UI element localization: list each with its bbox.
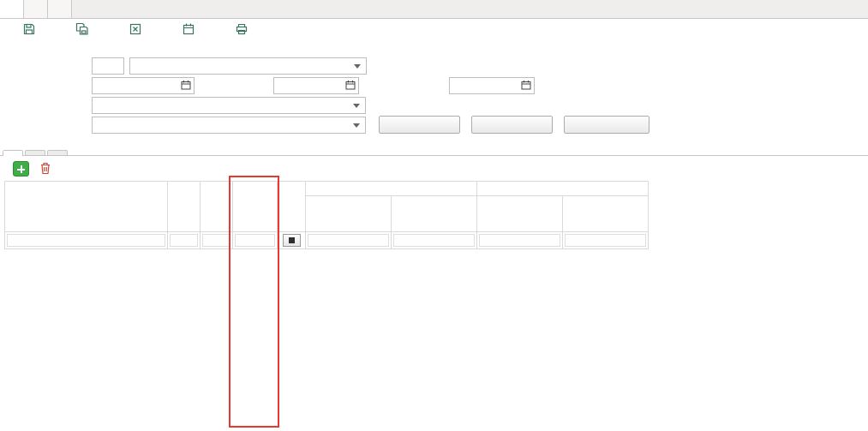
tab-financial-results-register[interactable] bbox=[24, 0, 48, 18]
load-button[interactable] bbox=[379, 116, 460, 134]
report-table bbox=[4, 181, 649, 249]
chart-of-accounts-select[interactable] bbox=[92, 97, 366, 114]
code-filter-input[interactable] bbox=[170, 234, 198, 247]
delete-row-button[interactable] bbox=[37, 161, 53, 177]
save-icon bbox=[22, 22, 36, 36]
calendar-icon[interactable] bbox=[181, 80, 191, 92]
period-to-input[interactable] bbox=[449, 77, 535, 94]
code-column-header[interactable] bbox=[168, 182, 201, 232]
print-button[interactable] bbox=[223, 22, 260, 49]
filter-cell-name bbox=[5, 232, 168, 249]
tab-additional[interactable] bbox=[47, 150, 68, 155]
save-button[interactable] bbox=[10, 22, 48, 49]
tab-financial-results-report[interactable] bbox=[0, 0, 24, 18]
trash-icon bbox=[39, 162, 51, 177]
order-filter-input[interactable] bbox=[235, 234, 275, 247]
recalculate-button[interactable] bbox=[564, 116, 650, 134]
report-form bbox=[0, 51, 868, 138]
sum-prev-filter-input[interactable] bbox=[393, 234, 475, 247]
organization-select[interactable] bbox=[129, 57, 367, 75]
chevron-down-icon bbox=[353, 123, 360, 128]
name-column-header[interactable] bbox=[5, 182, 168, 232]
doc-date-input[interactable] bbox=[92, 77, 195, 94]
calculate-button[interactable] bbox=[471, 116, 553, 134]
formula-report-column-header[interactable] bbox=[477, 196, 563, 232]
chevron-down-icon bbox=[354, 64, 361, 69]
period-from-input[interactable] bbox=[273, 77, 359, 94]
calendar-icon[interactable] bbox=[521, 80, 531, 92]
formula-prev-filter-input[interactable] bbox=[565, 234, 646, 247]
save-close-button[interactable] bbox=[63, 22, 101, 49]
sort-filter-input[interactable] bbox=[202, 234, 230, 247]
save-close-icon bbox=[75, 22, 89, 36]
fix-filter-button[interactable] bbox=[283, 234, 301, 247]
tab-report-form[interactable] bbox=[3, 150, 23, 156]
formula-prev-column-header[interactable] bbox=[563, 196, 649, 232]
add-row-button[interactable] bbox=[13, 161, 29, 177]
filter-cell-sum-report bbox=[306, 232, 392, 249]
form-subtabs bbox=[0, 138, 868, 156]
formula-group-header bbox=[477, 182, 649, 196]
sum-report-column-header[interactable] bbox=[306, 196, 392, 232]
calendar-icon[interactable] bbox=[345, 80, 356, 92]
order-column-header[interactable] bbox=[233, 182, 278, 232]
grid-toolbar bbox=[0, 156, 868, 181]
sort-column-header[interactable] bbox=[201, 182, 233, 232]
template-select[interactable] bbox=[92, 117, 366, 134]
name-filter-input[interactable] bbox=[7, 234, 165, 247]
filter-cell-formula-report bbox=[477, 232, 563, 249]
filter-cell-sum-prev bbox=[392, 232, 477, 249]
tab-main-form[interactable] bbox=[48, 0, 72, 18]
main-toolbar bbox=[0, 19, 868, 51]
tab-formula-decode[interactable] bbox=[25, 150, 45, 155]
print-icon bbox=[235, 22, 248, 36]
chevron-down-icon bbox=[353, 104, 360, 108]
fix-column-header[interactable] bbox=[278, 182, 306, 232]
period-button[interactable] bbox=[170, 22, 207, 49]
window-tab-bar bbox=[0, 0, 868, 19]
formula-report-filter-input[interactable] bbox=[479, 234, 560, 247]
filter-cell-formula-prev bbox=[563, 232, 649, 249]
filter-cell-code bbox=[168, 232, 201, 249]
close-button[interactable] bbox=[117, 22, 154, 49]
sum-report-filter-input[interactable] bbox=[308, 234, 389, 247]
calendar-icon bbox=[182, 22, 195, 36]
organization-code-input[interactable] bbox=[92, 57, 124, 75]
sum-prev-column-header[interactable] bbox=[392, 196, 477, 232]
sum-group-header bbox=[306, 182, 477, 196]
filter-cell-sort bbox=[201, 232, 233, 249]
filter-cell-fix bbox=[278, 232, 306, 249]
filter-cell-order bbox=[233, 232, 278, 249]
close-icon bbox=[129, 22, 142, 36]
